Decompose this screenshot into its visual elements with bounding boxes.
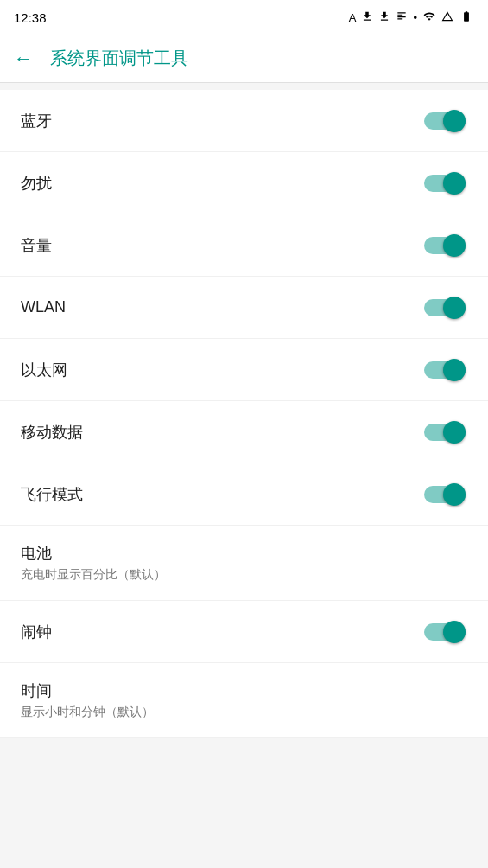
settings-item-alarm[interactable]: 闹钟 [0, 601, 488, 663]
settings-label-battery: 电池 [21, 543, 166, 564]
id-icon [396, 10, 408, 25]
settings-item-mobile-data[interactable]: 移动数据 [0, 401, 488, 463]
toggle-wlan[interactable] [422, 296, 467, 320]
settings-item-airplane[interactable]: 飞行模式 [0, 463, 488, 526]
toggle-thumb-dnd [443, 172, 466, 195]
settings-label-time: 时间 [21, 680, 154, 701]
dot-icon: • [413, 11, 417, 24]
toggle-bluetooth[interactable] [422, 109, 467, 133]
status-time: 12:38 [14, 10, 47, 25]
battery-icon [459, 10, 474, 25]
toggle-thumb-ethernet [443, 359, 466, 381]
settings-label-volume: 音量 [21, 235, 52, 256]
toggle-thumb-bluetooth [443, 110, 466, 132]
toggle-dnd[interactable] [422, 171, 467, 195]
top-bar: ← 系统界面调节工具 [0, 35, 488, 83]
toggle-thumb-volume [443, 234, 466, 257]
settings-item-battery[interactable]: 电池充电时显示百分比（默认） [0, 526, 488, 601]
signal-icon [441, 10, 453, 25]
toggle-volume[interactable] [422, 233, 467, 258]
status-icons: A • [349, 10, 474, 25]
settings-sublabel-battery: 充电时显示百分比（默认） [21, 567, 166, 583]
status-bar: 12:38 A • [0, 0, 488, 35]
toggle-thumb-alarm [443, 621, 466, 643]
back-button[interactable]: ← [14, 48, 33, 70]
settings-label-wlan: WLAN [21, 298, 66, 316]
settings-item-time[interactable]: 时间显示小时和分钟（默认） [0, 663, 488, 738]
settings-item-ethernet[interactable]: 以太网 [0, 339, 488, 401]
settings-sublabel-time: 显示小时和分钟（默认） [21, 705, 154, 720]
toggle-ethernet[interactable] [422, 358, 467, 382]
settings-item-dnd[interactable]: 勿扰 [0, 152, 488, 214]
settings-label-alarm: 闹钟 [21, 622, 52, 642]
settings-item-bluetooth[interactable]: 蓝牙 [0, 90, 488, 152]
settings-label-airplane: 飞行模式 [21, 484, 83, 505]
toggle-mobile-data[interactable] [422, 420, 467, 444]
settings-item-wlan[interactable]: WLAN [0, 277, 488, 339]
toggle-thumb-airplane [443, 483, 466, 506]
download-icon-1 [361, 10, 373, 25]
settings-label-mobile-data: 移动数据 [21, 422, 83, 443]
settings-label-dnd: 勿扰 [21, 173, 52, 194]
toggle-thumb-wlan [443, 297, 466, 319]
keyboard-icon: A [349, 11, 357, 24]
settings-list: 蓝牙勿扰音量WLAN以太网移动数据飞行模式电池充电时显示百分比（默认）闹钟时间显… [0, 90, 488, 738]
wifi-icon [422, 10, 436, 25]
download-icon-2 [378, 10, 390, 25]
page-title: 系统界面调节工具 [50, 47, 188, 70]
settings-label-bluetooth: 蓝牙 [21, 111, 52, 131]
settings-label-ethernet: 以太网 [21, 360, 67, 380]
toggle-alarm[interactable] [422, 620, 467, 644]
toggle-airplane[interactable] [422, 482, 467, 507]
toggle-thumb-mobile-data [443, 421, 466, 444]
settings-item-volume[interactable]: 音量 [0, 214, 488, 277]
